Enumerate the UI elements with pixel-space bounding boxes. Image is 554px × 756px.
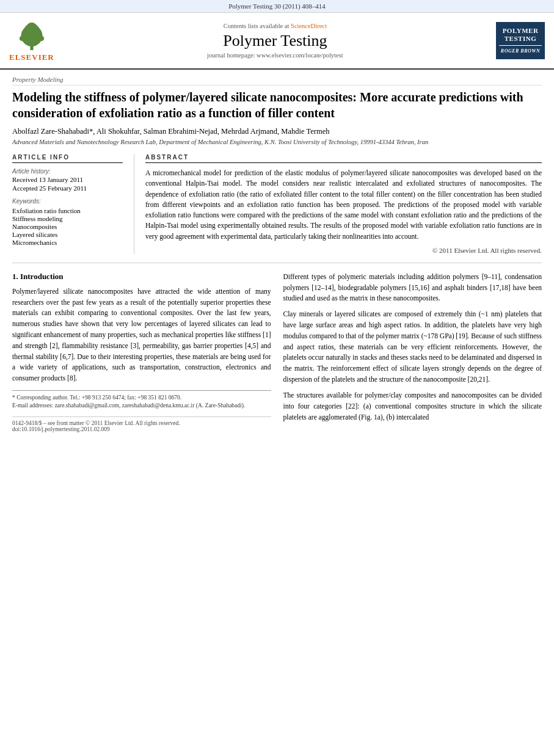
intro-heading: 1. Introduction [12, 272, 271, 282]
body-right-col: Different types of polymeric materials i… [283, 272, 542, 432]
footnote-section: * Corresponding author. Tel.: +98 913 25… [12, 390, 271, 410]
abstract-col: ABSTRACT A micromechanical model for pre… [134, 154, 542, 254]
journal-citation: Polymer Testing 30 (2011) 408–414 [228, 2, 326, 10]
intro-title: Introduction [20, 272, 64, 281]
history-label: Article history: [12, 168, 123, 175]
polymer-testing-badge: POLYMERTESTING ROGER BROWN [496, 22, 545, 59]
authors: Abolfazl Zare-Shahabadi*, Ali Shokuhfar,… [12, 127, 542, 136]
journal-title-block: Contents lists available at ScienceDirec… [54, 23, 496, 59]
accepted-date: Accepted 25 February 2011 [12, 184, 123, 192]
journal-name: Polymer Testing [54, 32, 496, 50]
section-label: Property Modeling [12, 76, 542, 85]
journal-header: ELSEVIER Contents lists available at Sci… [0, 13, 554, 70]
affiliation: Advanced Materials and Nanotechnology Re… [12, 139, 542, 145]
contents-availability: Contents lists available at ScienceDirec… [54, 23, 496, 29]
keywords-section: Keywords: Exfoliation ratio function Sti… [12, 198, 123, 246]
article-title: Modeling the stiffness of polymer/layere… [12, 89, 542, 121]
received-date: Received 13 January 2011 [12, 176, 123, 183]
body-left-col: 1. Introduction Polymer/layered silicate… [12, 272, 271, 432]
abstract-header: ABSTRACT [145, 154, 542, 163]
keyword-1: Exfoliation ratio function [12, 207, 123, 214]
bottom-line1: 0142-9418/$ – see front matter © 2011 El… [12, 420, 271, 426]
sciencedirect-link[interactable]: ScienceDirect [291, 23, 327, 29]
badge-subtitle: ROGER BROWN [499, 48, 542, 54]
svg-point-5 [38, 36, 44, 42]
elsevier-logo: ELSEVIER [9, 19, 54, 62]
keyword-4: Layered silicates [12, 231, 123, 238]
svg-point-3 [26, 23, 37, 34]
keyword-3: Nanocomposites [12, 223, 123, 230]
bottom-bar: 0142-9418/$ – see front matter © 2011 El… [12, 416, 271, 432]
intro-right-para2: Clay minerals or layered silicates are c… [283, 309, 542, 385]
svg-point-4 [20, 36, 25, 42]
info-abstract-section: ARTICLE INFO Article history: Received 1… [12, 154, 542, 254]
intro-right-para1: Different types of polymeric materials i… [283, 272, 542, 304]
article-info-col: ARTICLE INFO Article history: Received 1… [12, 154, 134, 254]
keyword-2: Stiffness modeling [12, 215, 123, 222]
bottom-line2: doi:10.1016/j.polymertesting.2011.02.009 [12, 426, 271, 432]
article-info-header: ARTICLE INFO [12, 154, 123, 163]
journal-homepage-url: journal homepage: www.elsevier.com/locat… [54, 52, 496, 59]
top-bar: Polymer Testing 30 (2011) 408–414 [0, 0, 554, 13]
divider [12, 263, 542, 263]
elsevier-wordmark: ELSEVIER [9, 53, 54, 62]
copyright: © 2011 Elsevier Ltd. All rights reserved… [145, 247, 542, 254]
svg-point-7 [37, 31, 41, 35]
svg-point-6 [23, 31, 27, 35]
body-section: 1. Introduction Polymer/layered silicate… [12, 272, 542, 432]
elsevier-tree-icon [10, 19, 53, 53]
footnote-star: * Corresponding author. Tel.: +98 913 25… [12, 394, 271, 402]
badge-title: POLYMERTESTING [499, 27, 542, 43]
keywords-label: Keywords: [12, 198, 123, 205]
intro-right-para3: The structures available for polymer/cla… [283, 390, 542, 423]
abstract-text: A micromechanical model for prediction o… [145, 168, 542, 242]
main-content: Property Modeling Modeling the stiffness… [0, 70, 554, 442]
keyword-5: Micromechanics [12, 239, 123, 246]
intro-left-para1: Polymer/layered silicate nanocomposites … [12, 286, 271, 384]
footnote-email: E-mail addresses: zare.shahabadi@gmail.c… [12, 402, 271, 410]
